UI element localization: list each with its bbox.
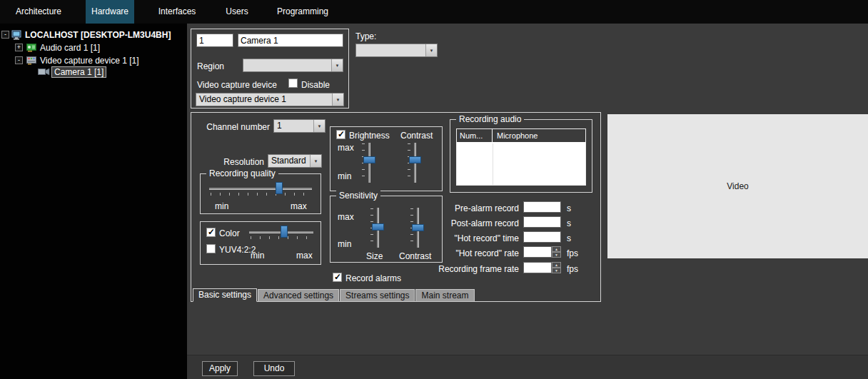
dropdown-arrow-icon [332, 94, 343, 106]
spinner-down-icon[interactable] [552, 268, 561, 273]
region-select[interactable] [243, 59, 343, 72]
hot-record-time-label: "Hot record" time [390, 233, 519, 243]
device-name-input[interactable] [238, 34, 343, 47]
apply-button[interactable]: Apply [202, 361, 238, 376]
brightness-checkbox[interactable] [336, 130, 345, 139]
tab-architecture[interactable]: Architecture [7, 0, 70, 24]
hot-record-rate-unit: fps [567, 248, 578, 258]
hot-record-rate-input[interactable] [523, 246, 552, 258]
tree-expander-video-capture-device[interactable]: - [15, 56, 23, 64]
video-capture-device-select[interactable]: Video capture device 1 [196, 93, 344, 106]
pre-alarm-record-input[interactable] [523, 201, 561, 213]
tab-users[interactable]: Users [214, 0, 260, 24]
color-max-label: max [296, 251, 313, 261]
tab-main-stream[interactable]: Main stream [415, 289, 474, 302]
hot-record-time-input[interactable] [523, 231, 561, 243]
recording-audio-table[interactable]: Num... Microphone [456, 128, 586, 186]
slider-thumb[interactable] [409, 156, 421, 163]
pre-alarm-record-unit: s [567, 203, 571, 213]
tab-hardware[interactable]: Hardware [86, 0, 134, 24]
spinner-down-icon[interactable] [552, 252, 561, 258]
tree-item-audio-card[interactable]: Audio card 1 [1] [40, 43, 100, 53]
tree-item-localhost[interactable]: LOCALHOST [DESKTOP-LM3U4BH] [25, 30, 171, 40]
tab-programming[interactable]: Programming [270, 0, 335, 24]
sensitivity-min-label: min [338, 239, 351, 249]
video-capture-icon [26, 56, 39, 66]
recording-quality-slider[interactable] [208, 181, 313, 197]
camera-icon [38, 68, 51, 78]
region-select-value [243, 59, 331, 71]
color-group: Color YUV4:2:2 min max [200, 221, 321, 265]
hot-record-rate-spinner [552, 246, 561, 258]
tab-basic-settings[interactable]: Basic settings [193, 288, 257, 302]
color-checkbox[interactable] [206, 228, 216, 237]
column-header-num[interactable]: Num... [457, 129, 493, 142]
recording-quality-min-label: min [215, 201, 228, 211]
channel-number-select[interactable]: 1 [273, 119, 326, 133]
tree-expander-audio-card[interactable]: + [15, 44, 23, 51]
recording-audio-table-header: Num... Microphone [457, 129, 585, 143]
slider-ticks [211, 193, 311, 196]
dropdown-arrow-icon [331, 59, 343, 71]
tab-interfaces[interactable]: Interfaces [146, 0, 208, 24]
recording-audio-title: Recording audio [456, 114, 524, 124]
slider-track [209, 188, 312, 190]
dropdown-arrow-icon [313, 120, 325, 132]
spinner-up-icon[interactable] [552, 262, 561, 268]
recording-frame-rate-input[interactable] [523, 262, 552, 273]
record-alarms-label[interactable]: Record alarms [345, 273, 401, 283]
color-label[interactable]: Color [219, 228, 240, 238]
color-slider[interactable] [248, 225, 315, 241]
slider-thumb[interactable] [363, 156, 375, 163]
post-alarm-record-label: Post-alarm record [390, 218, 519, 228]
tree-expander-localhost[interactable]: - [1, 31, 9, 39]
tree-row-video-capture-device: - Video capture device 1 [1] [0, 55, 187, 67]
channel-number-label: Channel number [191, 122, 270, 132]
brightness-max-label: max [338, 143, 354, 153]
contrast-slider[interactable] [408, 141, 423, 184]
resolution-label: Resolution [191, 157, 264, 167]
slider-thumb[interactable] [372, 223, 384, 231]
computer-icon [11, 30, 24, 40]
dropdown-arrow-icon [310, 155, 321, 167]
color-min-label: min [251, 251, 264, 261]
resolution-select-value: Standard [268, 155, 310, 167]
disable-label[interactable]: Disable [301, 80, 330, 90]
post-alarm-record-unit: s [567, 218, 571, 228]
resolution-select[interactable]: Standard [268, 154, 322, 168]
pre-alarm-record-label: Pre-alarm record [390, 203, 519, 213]
tree-item-camera[interactable]: Camera 1 [1] [51, 66, 106, 78]
slider-thumb[interactable] [281, 226, 288, 238]
slider-thumb[interactable] [276, 182, 283, 194]
recording-frame-rate-spinner [552, 262, 561, 273]
type-select-value [356, 44, 425, 56]
recording-frame-rate-unit: fps [567, 264, 578, 274]
video-capture-device-label: Video capture device [197, 80, 277, 90]
brightness-contrast-label: Contrast [400, 131, 433, 141]
brightness-contrast-group: Brightness Contrast max min [330, 126, 443, 191]
brightness-label[interactable]: Brightness [349, 131, 390, 141]
video-preview-panel[interactable]: Video [607, 114, 868, 258]
type-select[interactable] [355, 44, 438, 57]
camera-settings-group: Channel number 1 Resolution Standard Rec… [191, 112, 601, 302]
recording-frame-rate-label: Recording frame rate [390, 264, 519, 274]
disable-checkbox[interactable] [288, 79, 298, 88]
tree-item-video-capture-device[interactable]: Video capture device 1 [1] [40, 56, 139, 66]
record-alarms-checkbox[interactable] [333, 273, 342, 282]
spinner-up-icon[interactable] [552, 246, 561, 252]
brightness-slider[interactable] [362, 141, 378, 184]
dropdown-arrow-icon [425, 44, 437, 56]
column-header-microphone[interactable]: Microphone [493, 129, 585, 142]
brightness-min-label: min [338, 171, 351, 181]
hot-record-rate-label: "Hot record" rate [390, 248, 519, 258]
yuv422-checkbox[interactable] [206, 244, 216, 253]
tab-streams-settings[interactable]: Streams settings [340, 289, 415, 302]
tree-row-audio-card: + Audio card 1 [1] [0, 42, 187, 54]
settings-tabstrip: Basic settings Advanced settings Streams… [193, 288, 475, 302]
post-alarm-record-input[interactable] [523, 216, 561, 228]
recording-audio-table-body[interactable] [457, 143, 585, 185]
sensitivity-size-slider[interactable] [370, 206, 386, 249]
device-number-input[interactable] [196, 34, 233, 47]
undo-button[interactable]: Undo [253, 361, 295, 376]
tab-advanced-settings[interactable]: Advanced settings [258, 289, 339, 302]
